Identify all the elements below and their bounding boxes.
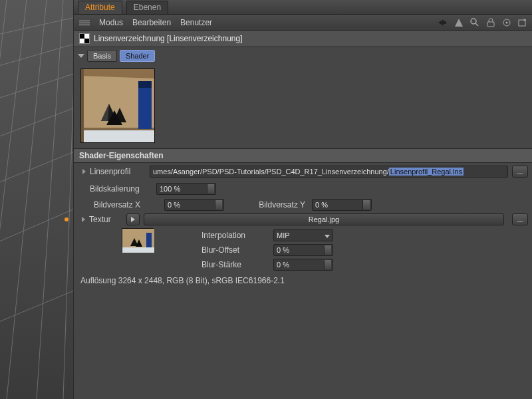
- label-blur-staerke: Blur-Stärke: [201, 260, 268, 269]
- nav-back-icon[interactable]: [438, 17, 448, 28]
- label-bildversatz-y: Bildversatz Y: [228, 200, 308, 209]
- svg-rect-14: [444, 21, 446, 24]
- menu-modus[interactable]: Modus: [99, 18, 123, 27]
- panel-tabbar: Attribute Ebenen: [74, 0, 532, 15]
- menu-benutzer[interactable]: Benutzer: [180, 18, 212, 27]
- panel-menubar: Modus Bearbeiten Benutzer: [74, 15, 532, 31]
- svg-rect-34: [81, 69, 84, 143]
- object-title-bar: Linsenverzeichnung [Linsenverzeichnung]: [74, 31, 532, 47]
- object-title: Linsenverzeichnung [Linsenverzeichnung]: [94, 34, 242, 43]
- svg-rect-28: [138, 81, 152, 129]
- input-bildversatz-y[interactable]: 0 %: [312, 199, 372, 211]
- new-window-icon[interactable]: [517, 17, 528, 28]
- target-icon[interactable]: [501, 17, 512, 28]
- tab-ebenen[interactable]: Ebenen: [126, 1, 168, 14]
- play-icon: [131, 217, 135, 222]
- svg-rect-18: [487, 22, 494, 27]
- svg-rect-29: [138, 81, 152, 88]
- grip-icon[interactable]: [79, 19, 90, 25]
- input-blur-staerke[interactable]: 0 %: [273, 259, 333, 271]
- svg-point-16: [471, 19, 476, 24]
- dropdown-interpolation[interactable]: MIP: [273, 229, 333, 241]
- svg-line-11: [63, 0, 73, 399]
- svg-line-5: [0, 186, 73, 253]
- nav-up-icon[interactable]: [454, 17, 464, 28]
- svg-marker-15: [455, 19, 463, 27]
- expand-textur-icon[interactable]: [82, 217, 85, 222]
- svg-line-1: [0, 37, 73, 73]
- lock-icon[interactable]: [485, 17, 496, 28]
- input-bildskalierung[interactable]: 100 %: [156, 183, 216, 195]
- svg-line-17: [475, 23, 478, 26]
- svg-marker-13: [438, 19, 444, 26]
- section-shader-eigenschaften: Shader-Eigenschaften: [74, 148, 532, 163]
- svg-line-4: [0, 133, 73, 193]
- svg-point-12: [65, 217, 68, 221]
- svg-rect-37: [146, 233, 152, 247]
- label-interpolation: Interpolation: [201, 231, 268, 240]
- label-blur-offset: Blur-Offset: [201, 245, 268, 255]
- path-prefix: umes/Asanger/PSD/PSD-Tutorials/PSD_C4D_R…: [153, 168, 389, 176]
- label-bildversatz-x: Bildversatz X: [94, 200, 160, 209]
- disclosure-icon[interactable]: [78, 54, 84, 58]
- browse-linsenprofil-button[interactable]: ...: [512, 166, 528, 178]
- svg-line-6: [0, 266, 73, 332]
- svg-line-8: [0, 0, 27, 399]
- menu-bearbeiten[interactable]: Bearbeiten: [132, 18, 171, 27]
- input-blur-offset[interactable]: 0 %: [273, 244, 333, 256]
- subtab-basis[interactable]: Basis: [87, 50, 117, 62]
- texture-resolution-info: Auflösung 3264 x 2448, RGB (8 Bit), sRGB…: [74, 272, 532, 289]
- label-textur: Textur: [89, 215, 122, 224]
- expand-icon[interactable]: [82, 169, 86, 174]
- input-linsenprofil-path[interactable]: umes/Asanger/PSD/PSD-Tutorials/PSD_C4D_R…: [150, 166, 508, 178]
- attribute-panel: Attribute Ebenen Modus Bearbeiten Benutz…: [73, 0, 532, 399]
- textur-thumbnail[interactable]: [122, 228, 154, 252]
- lens-distortion-icon: [79, 33, 90, 44]
- object-subtabs: Basis Shader: [74, 47, 532, 66]
- viewport-3d[interactable]: [0, 0, 73, 399]
- input-textur-file[interactable]: Regal.jpg: [144, 213, 504, 225]
- subtab-shader[interactable]: Shader: [120, 50, 155, 62]
- search-icon[interactable]: [469, 17, 480, 28]
- svg-point-20: [506, 21, 508, 23]
- path-selection: Linsenprofil_Regal.lns: [389, 168, 464, 176]
- label-linsenprofil: Linsenprofil: [90, 167, 150, 176]
- browse-textur-button[interactable]: ...: [512, 213, 528, 225]
- textur-play-button[interactable]: [126, 213, 140, 225]
- label-bildskalierung: Bildskalierung: [90, 184, 156, 194]
- svg-rect-26: [81, 129, 155, 143]
- svg-rect-36: [122, 247, 154, 253]
- shader-preview-thumbnail[interactable]: [80, 68, 155, 143]
- tab-attribute[interactable]: Attribute: [78, 1, 122, 14]
- input-bildversatz-x[interactable]: 0 %: [164, 199, 224, 211]
